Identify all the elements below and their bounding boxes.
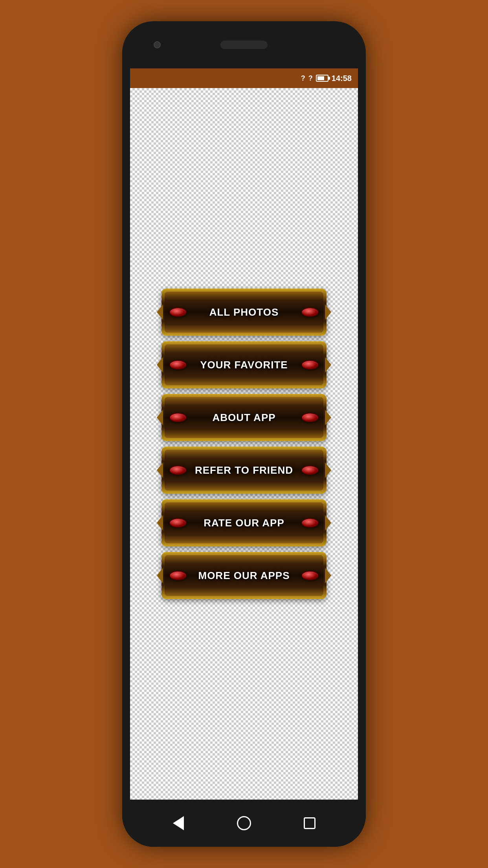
gem-left — [169, 571, 187, 580]
left-tip — [157, 357, 163, 373]
phone-screen: ? ? 14:58 ALL PHOTOS YOUR — [130, 68, 358, 800]
right-tip — [325, 357, 331, 373]
camera — [154, 41, 161, 48]
gem-left — [169, 413, 187, 422]
back-icon — [173, 816, 184, 830]
about-app-button[interactable]: ABOUT APP — [161, 394, 327, 441]
gem-left — [169, 307, 187, 317]
gem-right — [301, 465, 319, 475]
left-tip — [157, 462, 163, 478]
back-button[interactable] — [169, 813, 188, 833]
left-tip — [157, 515, 163, 531]
all-photos-label: ALL PHOTOS — [209, 306, 279, 318]
gem-left — [169, 465, 187, 475]
speaker — [220, 40, 268, 49]
gem-right — [301, 571, 319, 580]
gem-right — [301, 413, 319, 422]
all-photos-button[interactable]: ALL PHOTOS — [161, 289, 327, 336]
left-tip — [157, 410, 163, 425]
home-button[interactable] — [234, 813, 254, 833]
right-tip — [325, 410, 331, 425]
your-favorite-label: YOUR FAVORITE — [200, 359, 288, 371]
right-tip — [325, 515, 331, 531]
status-bar: ? ? 14:58 — [130, 68, 358, 88]
more-our-apps-label: MORE OUR APPS — [198, 570, 290, 582]
gem-right — [301, 518, 319, 528]
refer-to-friend-button[interactable]: REFER TO FRIEND — [161, 447, 327, 494]
left-tip — [157, 568, 163, 583]
battery-icon — [316, 75, 328, 82]
right-tip — [325, 304, 331, 320]
phone-frame: ? ? 14:58 ALL PHOTOS YOUR — [122, 21, 366, 847]
phone-top — [122, 21, 366, 68]
left-tip — [157, 304, 163, 320]
right-tip — [325, 568, 331, 583]
rate-our-app-button[interactable]: RATE OUR APP — [161, 499, 327, 546]
status-icon-1: ? — [301, 74, 305, 83]
gem-left — [169, 518, 187, 528]
recent-icon — [304, 817, 316, 829]
gem-left — [169, 360, 187, 370]
refer-to-friend-label: REFER TO FRIEND — [195, 464, 293, 476]
rate-our-app-label: RATE OUR APP — [204, 517, 284, 529]
navigation-bar — [122, 800, 366, 847]
app-content: ALL PHOTOS YOUR FAVORITE ABOUT APP — [130, 88, 358, 800]
your-favorite-button[interactable]: YOUR FAVORITE — [161, 341, 327, 388]
more-our-apps-button[interactable]: MORE OUR APPS — [161, 552, 327, 599]
status-time: 14:58 — [332, 74, 352, 83]
home-icon — [237, 816, 251, 830]
gem-right — [301, 360, 319, 370]
about-app-label: ABOUT APP — [212, 412, 275, 424]
gem-right — [301, 307, 319, 317]
right-tip — [325, 462, 331, 478]
status-icon-2: ? — [308, 74, 313, 83]
recent-button[interactable] — [300, 813, 319, 833]
